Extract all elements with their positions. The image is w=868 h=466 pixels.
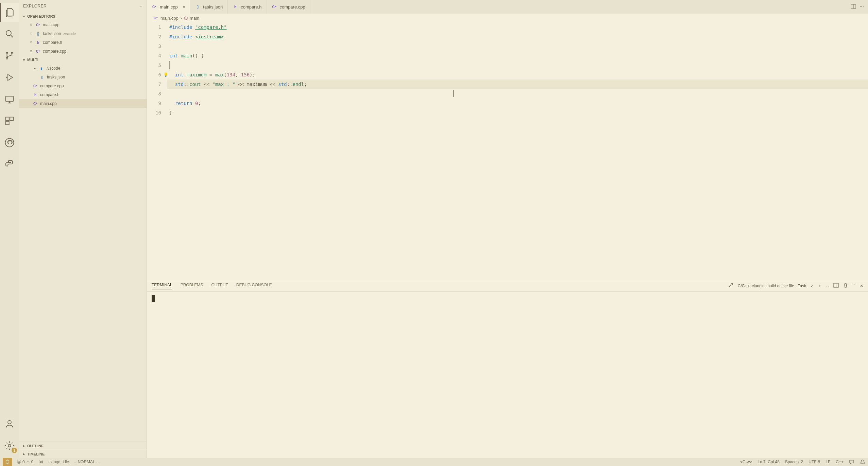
svg-point-4 bbox=[6, 77, 7, 78]
editor-tab[interactable]: C⁺main.cpp× bbox=[147, 0, 190, 14]
activity-accounts[interactable] bbox=[0, 414, 19, 433]
activity-scm[interactable] bbox=[0, 46, 19, 65]
notifications-icon[interactable] bbox=[860, 459, 865, 465]
lightbulb-icon[interactable]: 💡 bbox=[163, 70, 168, 79]
code-line bbox=[167, 60, 868, 70]
tab-label: tasks.json bbox=[203, 4, 223, 10]
language-status[interactable]: C++ bbox=[836, 460, 844, 464]
cpp-file-icon: C⁺ bbox=[272, 4, 277, 10]
folder-item[interactable]: ▾▮.vscode bbox=[19, 64, 147, 73]
activity-github[interactable] bbox=[0, 133, 19, 152]
wrench-icon[interactable] bbox=[728, 283, 734, 289]
activity-extensions[interactable] bbox=[0, 111, 19, 130]
activity-explorer[interactable] bbox=[0, 3, 19, 22]
editor-tab[interactable]: {}tasks.json bbox=[190, 0, 228, 14]
file-label: compare.cpp bbox=[43, 49, 66, 54]
feedback-icon[interactable] bbox=[849, 459, 854, 465]
problems-status[interactable]: ⓧ 0 ⚠ 0 bbox=[17, 459, 33, 465]
cpp-file-icon: C⁺ bbox=[35, 22, 41, 28]
breadcrumb[interactable]: C⁺ main.cpp › ⬡ main bbox=[147, 14, 868, 22]
svg-rect-6 bbox=[6, 117, 9, 121]
close-icon[interactable]: × bbox=[29, 22, 33, 27]
tab-label: compare.cpp bbox=[280, 4, 305, 10]
extensions-icon bbox=[4, 116, 15, 126]
close-panel-icon[interactable]: ✕ bbox=[860, 284, 863, 288]
svg-point-12 bbox=[8, 444, 11, 447]
activity-remote[interactable] bbox=[0, 90, 19, 109]
code-line bbox=[167, 41, 868, 51]
indentation-status[interactable]: Spaces: 2 bbox=[785, 460, 803, 464]
debug-icon bbox=[4, 72, 15, 83]
code-line: int main() { bbox=[167, 51, 868, 60]
open-editor-item[interactable]: ×C⁺main.cpp bbox=[19, 20, 147, 29]
more-actions-icon[interactable]: ⋯ bbox=[860, 4, 864, 10]
folder-icon: ▮ bbox=[39, 66, 44, 71]
activity-python[interactable] bbox=[0, 155, 19, 174]
maximize-panel-icon[interactable]: ⌃ bbox=[852, 284, 856, 288]
activity-search[interactable] bbox=[0, 24, 19, 43]
code-line: #include "compare.h" bbox=[167, 22, 868, 32]
clangd-status[interactable]: clangd: idle bbox=[48, 460, 69, 464]
remote-indicator[interactable] bbox=[3, 458, 12, 466]
close-icon[interactable]: × bbox=[29, 40, 33, 45]
open-editors-header[interactable]: ▾ OPEN EDITORS bbox=[19, 12, 147, 20]
tab-label: compare.h bbox=[241, 4, 261, 10]
file-item[interactable]: C⁺main.cpp bbox=[19, 99, 147, 108]
trash-icon[interactable] bbox=[843, 283, 848, 289]
broadcast-icon bbox=[38, 459, 44, 465]
file-item[interactable]: hcompare.h bbox=[19, 90, 147, 99]
breadcrumb-symbol: main bbox=[190, 16, 199, 21]
file-label: main.cpp bbox=[43, 22, 59, 27]
settings-badge: 1 bbox=[12, 448, 17, 453]
panel-tab-debug-console[interactable]: DEBUG CONSOLE bbox=[236, 283, 272, 289]
open-editor-item[interactable]: ×hcompare.h bbox=[19, 38, 147, 47]
check-icon: ✓ bbox=[810, 284, 814, 288]
panel-tab-terminal[interactable]: TERMINAL bbox=[152, 283, 172, 289]
terminal-body[interactable] bbox=[147, 292, 868, 458]
code-line: 💡 int maximum = max(134, 156); bbox=[167, 70, 868, 79]
activity-debug[interactable] bbox=[0, 68, 19, 87]
task-label[interactable]: C/C++: clang++ build active file - Task bbox=[738, 284, 806, 288]
panel-tab-problems[interactable]: PROBLEMS bbox=[181, 283, 203, 289]
split-editor-icon[interactable] bbox=[851, 4, 856, 10]
svg-point-1 bbox=[6, 52, 8, 54]
bottom-panel: TERMINALPROBLEMSOUTPUTDEBUG CONSOLE C/C+… bbox=[147, 280, 868, 458]
code-line: } bbox=[167, 108, 868, 118]
svg-point-10 bbox=[8, 161, 9, 162]
ports-status[interactable] bbox=[38, 459, 44, 465]
editor-tab[interactable]: hcompare.h bbox=[228, 0, 267, 14]
line-number: 8 bbox=[147, 89, 161, 98]
open-editor-item[interactable]: ×{}tasks.json .vscode bbox=[19, 29, 147, 38]
close-icon[interactable]: × bbox=[29, 49, 33, 54]
split-terminal-icon[interactable] bbox=[833, 283, 839, 289]
vim-mode-status: -- NORMAL -- bbox=[74, 460, 99, 464]
activity-settings[interactable]: 1 bbox=[0, 436, 19, 455]
code-editor[interactable]: 12345678910 #include "compare.h"#include… bbox=[147, 22, 868, 280]
close-icon[interactable]: × bbox=[29, 31, 33, 36]
warning-icon: ⚠ bbox=[26, 460, 30, 464]
svg-rect-5 bbox=[6, 96, 14, 101]
close-tab-icon[interactable]: × bbox=[183, 4, 185, 10]
file-item[interactable]: {}tasks.json bbox=[19, 73, 147, 82]
sidebar-title: EXPLORER bbox=[23, 4, 47, 8]
editor-area: C⁺main.cpp×{}tasks.jsonhcompare.hC⁺compa… bbox=[147, 0, 868, 458]
terminal-dropdown-icon[interactable]: ⌄ bbox=[826, 284, 829, 288]
workspace-header[interactable]: ▾ MULTI bbox=[19, 56, 147, 64]
cursor-position[interactable]: Ln 7, Col 48 bbox=[758, 460, 780, 464]
line-number: 4 bbox=[147, 51, 161, 60]
line-number: 10 bbox=[147, 108, 161, 118]
sidebar-more-icon[interactable]: ⋯ bbox=[138, 4, 143, 8]
outline-header[interactable]: ▸ OUTLINE bbox=[19, 442, 147, 450]
eol-status[interactable]: LF bbox=[826, 460, 830, 464]
encoding-status[interactable]: UTF-8 bbox=[809, 460, 820, 464]
file-item[interactable]: C⁺compare.cpp bbox=[19, 82, 147, 90]
new-terminal-icon[interactable]: ＋ bbox=[818, 283, 822, 289]
panel-tab-output[interactable]: OUTPUT bbox=[211, 283, 228, 289]
python-icon bbox=[4, 159, 15, 169]
activity-bar: 1 bbox=[0, 0, 19, 458]
timeline-header[interactable]: ▸ TIMELINE bbox=[19, 450, 147, 458]
line-number: 1 bbox=[147, 22, 161, 32]
open-editor-item[interactable]: ×C⁺compare.cpp bbox=[19, 47, 147, 56]
svg-point-11 bbox=[8, 420, 11, 424]
editor-tab[interactable]: C⁺compare.cpp bbox=[267, 0, 310, 14]
